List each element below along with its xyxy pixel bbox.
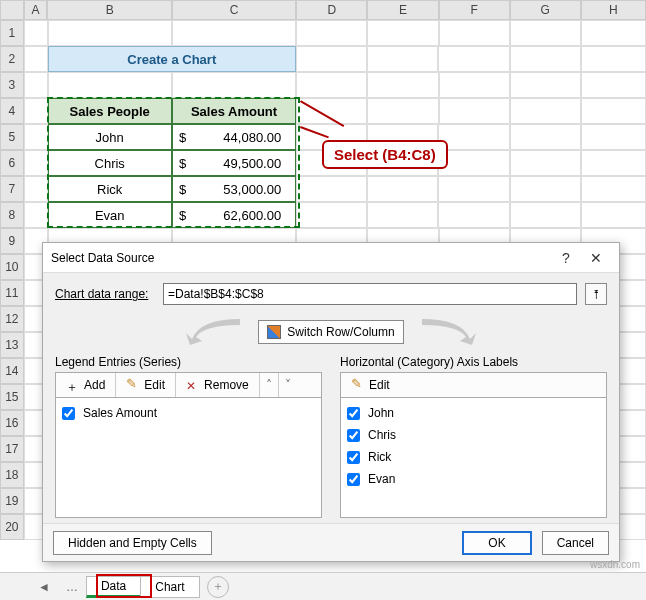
category-checkbox[interactable] [347, 473, 360, 486]
hidden-empty-cells-button[interactable]: Hidden and Empty Cells [53, 531, 212, 555]
plus-icon: ＋ [212, 578, 224, 595]
ok-button[interactable]: OK [462, 531, 531, 555]
row-head-1[interactable]: 1 [0, 20, 24, 46]
row-head-5[interactable]: 5 [0, 124, 24, 150]
row-head-6[interactable]: 6 [0, 150, 24, 176]
category-checkbox[interactable] [347, 429, 360, 442]
row-head-14[interactable]: 14 [0, 358, 24, 384]
col-head-C[interactable]: C [172, 0, 296, 20]
switch-icon [267, 325, 281, 339]
table-row[interactable]: $53,000.00 [172, 176, 296, 202]
cancel-button[interactable]: Cancel [542, 531, 609, 555]
select-all-corner[interactable] [0, 0, 24, 20]
list-item: Rick [347, 446, 600, 468]
series-checkbox[interactable] [62, 407, 75, 420]
move-up-button[interactable]: ˄ [260, 373, 279, 397]
table-row[interactable]: John [48, 124, 172, 150]
tab-nav-more-icon[interactable]: … [58, 580, 86, 594]
row-head-2[interactable]: 2 [0, 46, 24, 72]
row-head-19[interactable]: 19 [0, 488, 24, 514]
callout-box: Select (B4:C8) [322, 140, 448, 169]
row-head-11[interactable]: 11 [0, 280, 24, 306]
table-row[interactable]: $44,080.00 [172, 124, 296, 150]
chevron-down-icon: ˅ [285, 378, 291, 392]
row-head-15[interactable]: 15 [0, 384, 24, 410]
swoosh-arrow-left-icon [180, 317, 250, 347]
row-head-9[interactable]: 9 [0, 228, 24, 254]
sheet-tab-bar: ◄ … Data Chart ＋ [0, 572, 646, 600]
table-row[interactable]: $49,500.00 [172, 150, 296, 176]
edit-axis-button[interactable]: Edit [341, 373, 400, 397]
col-head-D[interactable]: D [296, 0, 367, 20]
add-sheet-button[interactable]: ＋ [207, 576, 229, 598]
list-item: Chris [347, 424, 600, 446]
list-item: Evan [347, 468, 600, 490]
category-checkbox[interactable] [347, 451, 360, 464]
row-head-12[interactable]: 12 [0, 306, 24, 332]
row-head-13[interactable]: 13 [0, 332, 24, 358]
row-head-8[interactable]: 8 [0, 202, 24, 228]
axis-labels-label: Horizontal (Category) Axis Labels [340, 355, 607, 369]
col-head-G[interactable]: G [510, 0, 581, 20]
list-item: Sales Amount [62, 402, 315, 424]
edit-icon [351, 379, 364, 392]
table-header-people[interactable]: Sales People [48, 98, 172, 124]
watermark: wsxdn.com [590, 559, 640, 570]
category-listbox[interactable]: John Chris Rick Evan [340, 398, 607, 518]
row-head-10[interactable]: 10 [0, 254, 24, 280]
row-head-17[interactable]: 17 [0, 436, 24, 462]
range-picker-button[interactable]: ⭱ [585, 283, 607, 305]
remove-icon [186, 379, 199, 392]
switch-row-column-button[interactable]: Switch Row/Column [258, 320, 403, 344]
category-checkbox[interactable] [347, 407, 360, 420]
row-head-3[interactable]: 3 [0, 72, 24, 98]
col-head-H[interactable]: H [581, 0, 646, 20]
list-item: John [347, 402, 600, 424]
row-head-18[interactable]: 18 [0, 462, 24, 488]
dialog-title: Select Data Source [51, 251, 551, 265]
col-head-F[interactable]: F [439, 0, 510, 20]
table-header-amount[interactable]: Sales Amount [172, 98, 296, 124]
tab-data[interactable]: Data [86, 576, 141, 598]
edit-series-button[interactable]: Edit [116, 373, 176, 397]
select-data-source-dialog: Select Data Source ? ✕ Chart data range:… [42, 242, 620, 562]
row-head-20[interactable]: 20 [0, 514, 24, 540]
tab-chart[interactable]: Chart [140, 576, 199, 598]
col-head-E[interactable]: E [367, 0, 438, 20]
close-button[interactable]: ✕ [581, 250, 611, 266]
chart-data-range-label: Chart data range: [55, 287, 155, 301]
chevron-up-icon: ˄ [266, 378, 272, 392]
table-row[interactable]: Evan [48, 202, 172, 228]
col-head-B[interactable]: B [47, 0, 171, 20]
table-row[interactable]: Chris [48, 150, 172, 176]
row-head-7[interactable]: 7 [0, 176, 24, 202]
chart-data-range-input[interactable] [163, 283, 577, 305]
remove-series-button[interactable]: Remove [176, 373, 260, 397]
chart-title-banner: Create a Chart [48, 46, 296, 72]
table-row[interactable]: $62,600.00 [172, 202, 296, 228]
swoosh-arrow-right-icon [412, 317, 482, 347]
help-button[interactable]: ? [551, 250, 581, 266]
move-down-button[interactable]: ˅ [279, 373, 297, 397]
col-head-A[interactable]: A [24, 0, 48, 20]
tab-nav-prev-icon[interactable]: ◄ [30, 580, 58, 594]
legend-entries-label: Legend Entries (Series) [55, 355, 322, 369]
series-listbox[interactable]: Sales Amount [55, 398, 322, 518]
collapse-dialog-icon: ⭱ [591, 288, 602, 300]
add-icon: ＋ [66, 379, 79, 392]
table-row[interactable]: Rick [48, 176, 172, 202]
add-series-button[interactable]: ＋Add [56, 373, 116, 397]
row-head-16[interactable]: 16 [0, 410, 24, 436]
edit-icon [126, 379, 139, 392]
row-head-4[interactable]: 4 [0, 98, 24, 124]
